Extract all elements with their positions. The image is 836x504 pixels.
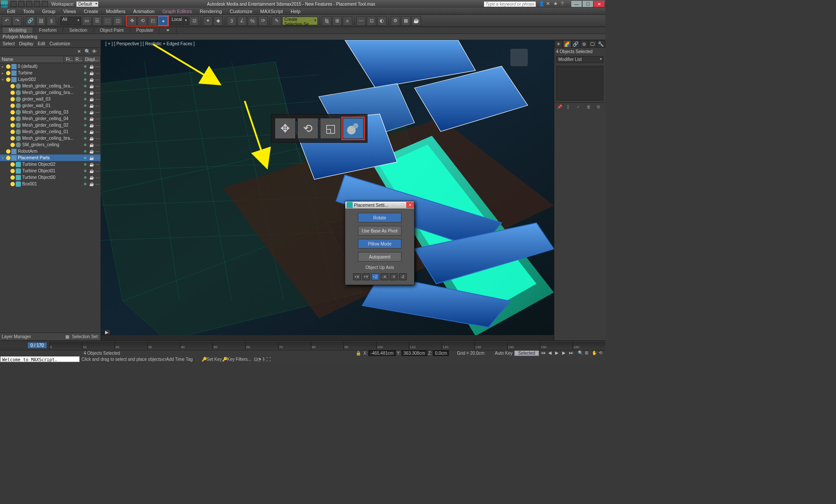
viewport[interactable]: [ + ] [ Perspective ] [ Realistic + Edge… [101,40,554,340]
ribbon-populate[interactable]: Populate [130,27,160,33]
tree-row[interactable]: girder_wall_01❄☕— [0,102,101,109]
tree-row[interactable]: Mesh_girder_ceiling_bra...❄☕— [0,83,101,89]
tree-row[interactable]: ▸0 (default)❄☕— [0,63,101,70]
goto-end-icon[interactable]: ⏭ [569,350,575,356]
search-input[interactable] [484,1,536,7]
goto-start-icon[interactable]: ⏮ [541,350,547,356]
align-button[interactable]: ⊞ [332,16,342,26]
bind-button[interactable]: § [47,16,56,26]
dialog-max-button[interactable]: ☐ [398,202,406,208]
frame-indicator[interactable]: 0 / 170 [28,343,47,348]
spinner-snap-button[interactable]: ⟳ [258,16,268,26]
selection-filter-dropdown[interactable]: All [60,17,81,25]
ribbon-freeform[interactable]: Freeform [33,27,64,33]
axis-+x[interactable]: +X [353,273,361,280]
hierarchy-tab-icon[interactable]: 🔗 [571,40,580,48]
dialog-min-button[interactable]: — [391,202,398,208]
select-button[interactable]: ▭ [82,16,91,26]
tree-row[interactable]: ▾Placement Parts❄☕— [0,155,101,161]
next-frame-icon[interactable]: ▶ [562,350,568,356]
viewport-label[interactable]: [ + ] [ Perspective ] [ Realistic + Edge… [105,41,195,46]
menu-create[interactable]: Create [80,8,101,14]
menu-graph-editors[interactable]: Graph Editors [159,8,196,14]
key-icon[interactable]: 🔑 [202,357,207,362]
time-tag-icon[interactable]: 🏷 [162,357,166,362]
setkey-button-icon[interactable]: 🔑 [222,357,227,362]
create-tab-icon[interactable]: ✳ [554,40,563,48]
make-unique-icon[interactable]: ✓ [576,104,583,111]
max-toggle-icon[interactable]: ⛶ [266,357,271,362]
prev-frame-icon[interactable]: ◀ [548,350,554,356]
se-customize[interactable]: Customize [50,41,70,46]
play-icon[interactable]: ▶ [555,350,561,356]
tree-row[interactable]: Mesh_girder_ceiling_bra...❄☕— [0,135,101,141]
autokey-label[interactable]: Auto Key [495,351,512,356]
menu-customize[interactable]: Customize [226,8,256,14]
se-display[interactable]: Display [19,41,34,46]
workspace-dropdown[interactable]: Default [76,1,99,7]
unlink-button[interactable]: ⛓ [36,16,46,26]
motion-tab-icon[interactable]: ⊚ [580,40,589,48]
render-frame-button[interactable]: ▦ [401,16,411,26]
exchange-icon[interactable]: ✕ [546,1,552,7]
configure-icon[interactable]: ⚙ [597,104,603,111]
col-render[interactable]: R... [74,56,83,63]
tree-row[interactable]: Mesh_girder_ceiling_03❄☕— [0,109,101,115]
coord-x[interactable]: -465.481cm [368,350,396,356]
select-name-button[interactable]: ☰ [92,16,102,26]
time-ruler[interactable]: 0102030405060708090100110120130140150160… [49,342,605,349]
render-button[interactable]: ☕ [411,16,421,26]
scale-button[interactable]: ◰ [148,16,158,26]
scene-tree[interactable]: ▸0 (default)❄☕—▸Turbine❄☕—▾Layer002❄☕—Me… [0,63,101,333]
rotate-button[interactable]: Rotate [358,213,401,222]
tree-row[interactable]: Mesh_girder_ceiling_bra...❄☕— [0,89,101,96]
viewport-scroll-indicator[interactable]: ▶ [104,329,111,335]
zoom-icon[interactable]: 🔍 [578,350,584,356]
rotate-button[interactable]: ⟲ [138,16,147,26]
placement-button[interactable]: ● [158,16,168,26]
viewport-scrollbar-h[interactable] [101,335,554,340]
tree-row[interactable]: Mesh_girder_ceiling_02❄☕— [0,122,101,128]
layers-button[interactable]: ≡ [343,16,352,26]
dialog-close-button[interactable]: ✕ [406,202,414,208]
ribbon-selection[interactable]: Selection [63,27,94,33]
percent-snap-button[interactable]: % [248,16,257,26]
show-result-icon[interactable]: || [567,104,573,111]
ref-coord-dropdown[interactable]: Local [169,17,189,25]
tree-row[interactable]: Mesh_girder_ceiling_01❄☕— [0,128,101,135]
se-edit[interactable]: Edit [38,41,45,46]
col-display[interactable]: Displ... [83,56,101,63]
autoparent-button[interactable]: Autoparent [358,252,401,262]
col-name[interactable]: Name [0,56,64,63]
min-max-viewport-icon[interactable]: ⊡ [254,357,257,362]
angle-snap-button[interactable]: ∠ [237,16,247,26]
se-select[interactable]: Select [3,41,15,46]
curve-editor-button[interactable]: 〰 [356,16,366,26]
tree-row[interactable]: Box001❄☕— [0,181,101,187]
tree-row[interactable]: ▾Layer002❄☕— [0,76,101,83]
pin-stack-icon[interactable]: 📌 [557,104,563,111]
tree-row[interactable]: SM_girders_ceiling❄☕— [0,141,101,148]
named-sel-button[interactable]: ✎ [272,16,281,26]
material-editor-button[interactable]: ◐ [377,16,387,26]
link-button[interactable]: 🔗 [26,16,35,26]
create-selection-dropdown[interactable]: Create Selection Se [282,17,318,25]
window-crossing-button[interactable]: ◫ [113,16,123,26]
palette-move-icon[interactable]: ✥ [275,118,296,139]
snap-2d-button[interactable]: 3 [227,16,236,26]
lock-icon[interactable]: 🔒 [356,351,361,356]
dialog-titlebar[interactable]: Placement Setti... — ☐ ✕ [345,202,414,208]
maximize-button[interactable]: ☐ [583,1,593,7]
redo-icon[interactable] [42,1,48,7]
menu-group[interactable]: Group [39,8,59,14]
walk-icon[interactable]: 🚶 [261,357,266,362]
menu-edit[interactable]: Edit [3,8,19,14]
axis-+z[interactable]: +Z [371,273,379,280]
palette-placement-icon[interactable] [343,118,364,139]
pivot-button[interactable]: ⊡ [189,16,199,26]
menu-animation[interactable]: Animation [130,8,158,14]
keyboard-shortcut-button[interactable]: ◆ [213,16,223,26]
remove-mod-icon[interactable]: 🗑 [587,104,593,111]
tree-row[interactable]: girder_wall_03❄☕— [0,96,101,102]
close-button[interactable]: ✕ [594,1,604,7]
